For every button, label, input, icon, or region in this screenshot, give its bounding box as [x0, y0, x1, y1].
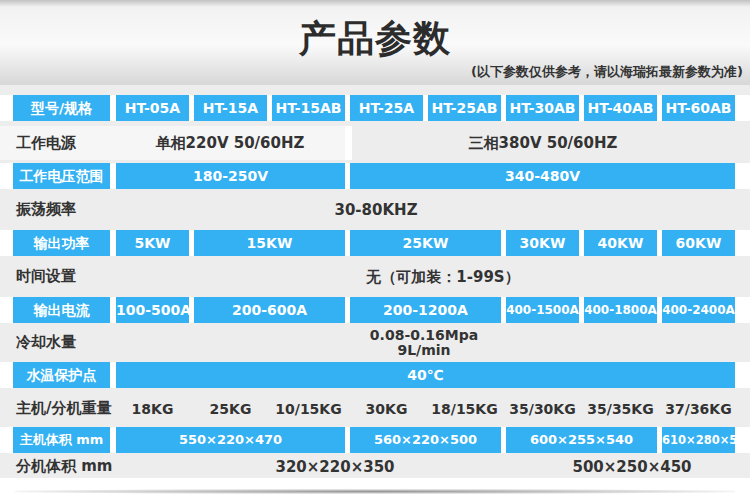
product-parameters-sheet: 产品参数 (以下参数仅供参考，请以海瑞拓最新参数为准) 型号/规格 HT-05A… — [0, 0, 750, 504]
water-temp-cell: 40℃ — [116, 362, 735, 388]
host-volume-cell: 610×280×540 — [662, 427, 735, 453]
row-label-time-setting: 时间设置 — [16, 259, 76, 294]
row-power-supply: 工作电源 单相220V 50/60HZ 三相380V 50/60HZ — [0, 126, 750, 160]
model-cell: HT-60AB — [662, 95, 735, 121]
cooling-water-flow: 9L/min — [397, 342, 450, 358]
header-banner: 产品参数 (以下参数仅供参考，请以海瑞拓最新参数为准) — [0, 0, 750, 85]
weight-cell: 37/36KG — [662, 390, 735, 427]
model-cell: HT-05A — [116, 95, 189, 121]
row-sub-volume: 分机体积 mm 320×220×350 500×250×450 — [0, 455, 750, 478]
model-cell: HT-15AB — [272, 95, 345, 121]
frequency-value: 30-80KHZ — [334, 201, 417, 219]
row-label-host-volume: 主机体积 mm — [13, 427, 110, 453]
row-label-weight: 主机/分机重量 — [16, 390, 111, 427]
disclaimer-note: (以下参数仅供参考，请以海瑞拓最新参数为准) — [471, 63, 743, 81]
row-output-current: 输出电流 100-500A 200-600A 200-1200A 400-150… — [0, 297, 750, 323]
power-supply-single: 单相220V 50/60HZ — [156, 134, 305, 153]
host-volume-cell: 600×255×540 — [506, 427, 657, 453]
bottom-shadow-divider — [15, 489, 735, 494]
voltage-three-cell: 340-480V — [350, 163, 735, 189]
output-power-cell: 25KW — [350, 230, 501, 256]
output-power-cell: 5KW — [116, 230, 189, 256]
output-power-cell: 30KW — [506, 230, 579, 256]
row-water-temp: 水温保护点 40℃ — [0, 362, 750, 388]
weight-cell: 25KG — [194, 390, 267, 427]
model-cell: HT-25AB — [428, 95, 501, 121]
row-label-power-supply: 工作电源 — [16, 126, 76, 160]
row-label-output-current: 输出电流 — [13, 297, 110, 323]
row-output-power: 输出功率 5KW 15KW 25KW 30KW 40KW 60KW — [0, 230, 750, 256]
row-weight: 主机/分机重量 18KG 25KG 10/15KG 30KG 18/15KG 3… — [0, 390, 750, 427]
output-current-cell: 100-500A — [116, 297, 189, 323]
output-current-cell: 200-600A — [194, 297, 345, 323]
weight-cell: 10/15KG — [272, 390, 345, 427]
output-current-cell: 200-1200A — [350, 297, 501, 323]
output-current-cell: 400-2400A — [662, 297, 735, 323]
sub-volume-right: 500×250×450 — [572, 458, 691, 476]
row-host-volume: 主机体积 mm 550×220×470 560×220×500 600×255×… — [0, 427, 750, 453]
weight-cell: 18/15KG — [428, 390, 501, 427]
row-label-voltage-range: 工作电压范围 — [13, 163, 110, 189]
weight-cell: 18KG — [116, 390, 189, 427]
power-supply-three: 三相380V 50/60HZ — [469, 134, 618, 153]
row-time-setting: 时间设置 无（可加装：1-99S） — [0, 259, 750, 294]
host-volume-cell: 550×220×470 — [116, 427, 345, 453]
row-label-water-temp: 水温保护点 — [13, 362, 110, 388]
row-label-model: 型号/规格 — [13, 95, 110, 121]
model-cell: HT-15A — [194, 95, 267, 121]
row-label-sub-volume: 分机体积 mm — [16, 455, 112, 478]
time-setting-value: 无（可加装：1-99S） — [366, 268, 519, 287]
row-cooling-water: 冷却水量 0.08-0.16Mpa 9L/min — [0, 323, 750, 362]
output-power-cell: 15KW — [194, 230, 345, 256]
weight-cell: 35/35KG — [584, 390, 657, 427]
weight-cell: 35/30KG — [506, 390, 579, 427]
row-label-frequency: 振荡频率 — [16, 192, 76, 227]
row-model: 型号/规格 HT-05A HT-15A HT-15AB HT-25A HT-25… — [0, 95, 750, 121]
model-cell: HT-40AB — [584, 95, 657, 121]
row-frequency: 振荡频率 30-80KHZ — [0, 192, 750, 227]
sub-volume-left: 320×220×350 — [275, 458, 394, 476]
section-divider — [345, 126, 352, 160]
output-power-cell: 60KW — [662, 230, 735, 256]
row-label-output-power: 输出功率 — [13, 230, 110, 256]
cooling-water-pressure: 0.08-0.16Mpa — [370, 327, 478, 343]
output-current-cell: 400-1500A — [506, 297, 579, 323]
output-power-cell: 40KW — [584, 230, 657, 256]
model-cell: HT-30AB — [506, 95, 579, 121]
page-title: 产品参数 — [0, 14, 750, 64]
voltage-single-cell: 180-250V — [116, 163, 345, 189]
output-current-cell: 400-1800A — [584, 297, 657, 323]
model-cell: HT-25A — [350, 95, 423, 121]
weight-cell: 30KG — [350, 390, 423, 427]
row-label-cooling-water: 冷却水量 — [16, 323, 76, 362]
host-volume-cell: 560×220×500 — [350, 427, 501, 453]
row-voltage-range: 工作电压范围 180-250V 340-480V — [0, 163, 750, 189]
spec-table: 型号/规格 HT-05A HT-15A HT-15AB HT-25A HT-25… — [0, 85, 750, 478]
